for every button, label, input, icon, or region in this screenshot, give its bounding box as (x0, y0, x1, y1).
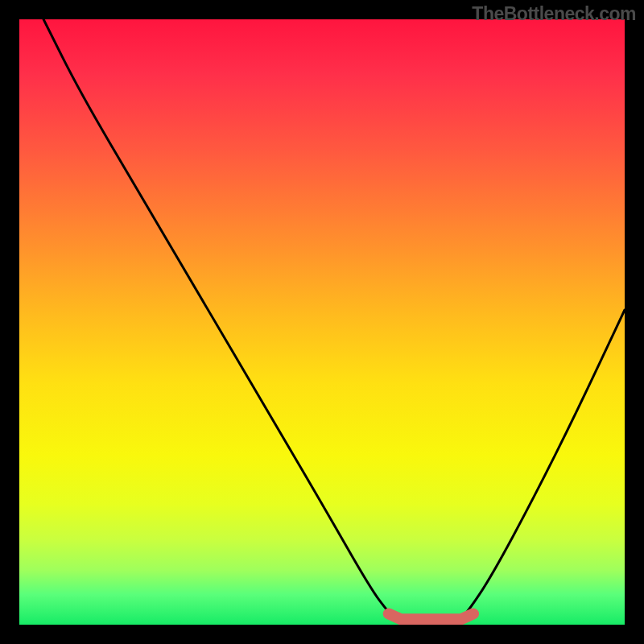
chart-area (19, 19, 625, 625)
brand-watermark: TheBottleneck.com (472, 3, 636, 25)
bottleneck-curve-line (43, 19, 625, 625)
optimal-band-marker (389, 613, 473, 619)
chart-svg (19, 19, 625, 625)
